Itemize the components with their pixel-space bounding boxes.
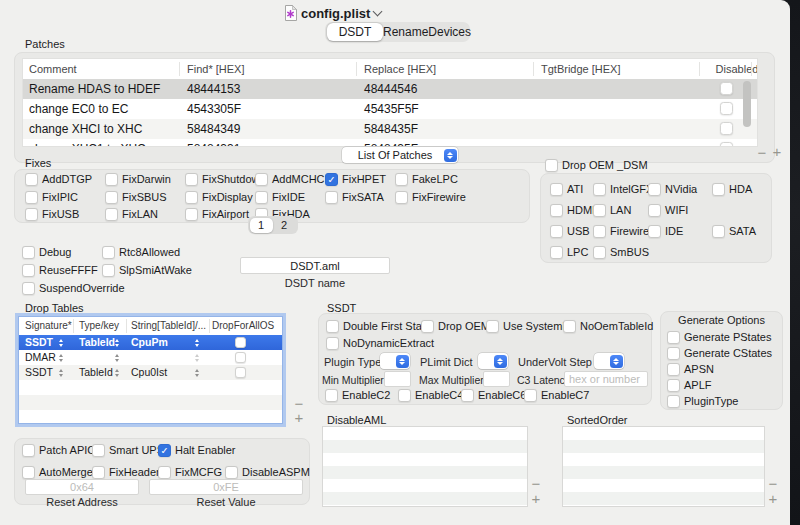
dsm-firewire-checkbox[interactable]: Firewire	[593, 224, 649, 238]
disabled-checkbox[interactable]	[720, 142, 733, 147]
suspendoverride-checkbox[interactable]: SuspendOverride	[22, 281, 125, 295]
cell-popup-stepper-icon[interactable]	[195, 354, 199, 362]
fix-fixshutdown-checkbox[interactable]: FixShutdown	[185, 172, 266, 186]
cell-popup-stepper-icon[interactable]	[195, 369, 199, 377]
cell-popup-stepper-icon[interactable]	[115, 339, 119, 347]
disableaml-add-button[interactable]: +	[529, 493, 543, 505]
disableaspm-checkbox[interactable]: DisableASPM	[225, 465, 310, 479]
disabled-checkbox[interactable]	[720, 102, 733, 115]
fix-adddtgp-checkbox[interactable]: AddDTGP	[25, 172, 92, 186]
col-tgtbridge[interactable]: TgtBridge [HEX]	[541, 59, 620, 79]
slpsmiatwake-checkbox[interactable]: SlpSmiAtWake	[102, 263, 192, 277]
patch-apic-checkbox[interactable]: Patch APIC	[22, 443, 95, 457]
reuseffff-checkbox[interactable]: ReuseFFFF	[22, 263, 98, 277]
fix-fixlan-checkbox[interactable]: FixLAN	[105, 207, 158, 221]
reset-value-input[interactable]	[149, 479, 303, 495]
patch-row[interactable]: change XHCI to XHC 58484349 5848435F	[23, 119, 757, 139]
dsm-lan-checkbox[interactable]: LAN	[593, 203, 631, 217]
fix-fixairport-checkbox[interactable]: FixAirport	[185, 207, 249, 221]
patches-remove-button[interactable]: −	[755, 147, 769, 159]
drop-table-row[interactable]: SSDT TableId CpuPm	[19, 335, 282, 350]
fix-fakelpc-checkbox[interactable]: FakeLPC	[395, 172, 458, 186]
col-type[interactable]: Type/key	[79, 317, 119, 335]
col-comment[interactable]: Comment	[29, 59, 77, 79]
plugin-type-dropdown[interactable]	[380, 353, 410, 369]
ssdt-doublefirststate-checkbox[interactable]: Double First State	[326, 319, 431, 333]
disabled-checkbox[interactable]	[720, 122, 733, 135]
drop-table-row[interactable]: SSDT TableId Cpu0Ist	[19, 365, 282, 380]
list-of-patches-dropdown[interactable]: List Of Patches	[342, 147, 458, 163]
fix-fixdisplay-checkbox[interactable]: FixDisplay	[185, 190, 253, 204]
fix-fixide-checkbox[interactable]: FixIDE	[255, 190, 305, 204]
col-find[interactable]: Find* [HEX]	[187, 59, 244, 79]
drop-table-row[interactable]: DMAR	[19, 350, 282, 365]
tab-renamedevices[interactable]: RenameDevices	[383, 23, 467, 41]
reset-address-input[interactable]	[25, 479, 139, 495]
min-multiplier-input[interactable]	[384, 371, 411, 387]
sortedorder-remove-button[interactable]: −	[766, 478, 780, 490]
dsm-nvidia-checkbox[interactable]: NVidia	[648, 182, 697, 196]
col-string[interactable]: String[TableId]/...	[131, 317, 206, 335]
drop-tables-add-button[interactable]: +	[292, 412, 306, 424]
col-signature[interactable]: Signature*	[25, 317, 72, 335]
fix-fixsata-checkbox[interactable]: FixSATA	[325, 190, 384, 204]
cell-popup-stepper-icon[interactable]	[115, 369, 119, 377]
plugintype-checkbox[interactable]: PluginType	[667, 394, 738, 408]
fix-fixsbus-checkbox[interactable]: FixSBUS	[105, 190, 167, 204]
dsm-hdmi-checkbox[interactable]: HDMI	[550, 203, 595, 217]
dropforallos-checkbox[interactable]	[235, 367, 246, 378]
plimit-dict-dropdown[interactable]	[478, 353, 508, 369]
col-dropforallos[interactable]: DropForAllOS	[212, 317, 274, 335]
col-replace[interactable]: Replace [HEX]	[364, 59, 436, 79]
cell-popup-stepper-icon[interactable]	[59, 354, 63, 362]
disableaml-remove-button[interactable]: −	[529, 478, 543, 490]
sortedorder-add-button[interactable]: +	[766, 493, 780, 505]
ssdt-dropoem-checkbox[interactable]: Drop OEM	[421, 319, 490, 333]
apsn-checkbox[interactable]: APSN	[667, 362, 714, 376]
patch-row[interactable]: change XHC1 to XHC 58484331 5848435F	[23, 139, 757, 147]
cell-popup-stepper-icon[interactable]	[115, 354, 119, 362]
patches-add-button[interactable]: +	[770, 146, 784, 158]
scrollbar-thumb[interactable]	[743, 81, 751, 127]
c3-latency-input[interactable]	[564, 371, 648, 387]
enablec7-checkbox[interactable]: EnableC7	[524, 388, 589, 402]
tab-dsdt[interactable]: DSDT	[327, 23, 383, 41]
undervolt-step-dropdown[interactable]	[594, 353, 624, 369]
fix-fixfirewire-checkbox[interactable]: FixFirewire	[395, 190, 466, 204]
dsm-ati-checkbox[interactable]: ATI	[550, 182, 583, 196]
dsm-ide-checkbox[interactable]: IDE	[648, 224, 683, 238]
dropforallos-checkbox[interactable]	[235, 337, 246, 348]
patch-row[interactable]: Rename HDAS to HDEF 48444153 48444546	[23, 79, 757, 99]
generate-cstates-checkbox[interactable]: Generate CStates	[667, 346, 772, 360]
fix-addmchc-checkbox[interactable]: AddMCHC	[255, 172, 325, 186]
dsm-hda-checkbox[interactable]: HDA	[712, 182, 752, 196]
dsdt-name-input[interactable]	[240, 257, 390, 274]
dsm-lpc-checkbox[interactable]: LPC	[550, 245, 588, 259]
patch-row[interactable]: change EC0 to EC 4543305F 45435F5F	[23, 99, 757, 119]
dsm-wifi-checkbox[interactable]: WIFI	[648, 203, 688, 217]
fix-fixdarwin-checkbox[interactable]: FixDarwin	[105, 172, 171, 186]
cell-popup-stepper-icon[interactable]	[195, 339, 199, 347]
dropforallos-checkbox[interactable]	[235, 352, 246, 363]
debug-checkbox[interactable]: Debug	[22, 245, 71, 259]
fix-fixipic-checkbox[interactable]: FixIPIC	[25, 190, 78, 204]
dsm-intelgfx-checkbox[interactable]: IntelGFX	[593, 182, 653, 196]
rtc8allowed-checkbox[interactable]: Rtc8Allowed	[102, 245, 180, 259]
cell-popup-stepper-icon[interactable]	[59, 369, 63, 377]
fixheaders-checkbox[interactable]: FixHeaders	[92, 465, 165, 479]
generate-pstates-checkbox[interactable]: Generate PStates	[667, 330, 771, 344]
title-bar[interactable]: config.plist	[284, 3, 381, 23]
dsm-sata-checkbox[interactable]: SATA	[712, 224, 756, 238]
disabled-checkbox[interactable]	[720, 82, 733, 95]
title-chevron-icon[interactable]	[373, 6, 383, 16]
ssdt-nooemtableid-checkbox[interactable]: NoOemTableId	[563, 319, 653, 333]
ssdt-nodynamicextract-checkbox[interactable]: NoDynamicExtract	[326, 336, 434, 350]
ssdt-usesystemio-checkbox[interactable]: Use SystemIO	[486, 319, 574, 333]
sortedorder-list[interactable]	[562, 426, 765, 507]
max-multiplier-input[interactable]	[483, 371, 510, 387]
automerge-checkbox[interactable]: AutoMerge	[22, 465, 93, 479]
halt-enabler-checkbox[interactable]: Halt Enabler	[158, 443, 236, 457]
fix-fixusb-checkbox[interactable]: FixUSB	[25, 207, 79, 221]
drop-oem-dsm-checkbox[interactable]: Drop OEM _DSM	[545, 158, 648, 172]
fix-fixhpet-checkbox[interactable]: FixHPET	[325, 172, 386, 186]
